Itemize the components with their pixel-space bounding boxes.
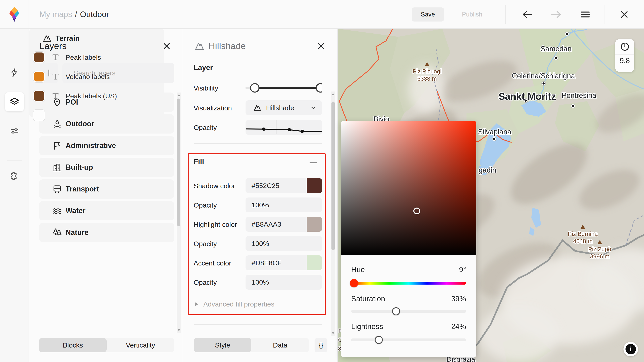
sublayer-peak-labels-us[interactable]: Peak labels (US) [29, 86, 164, 106]
inspector-close-button[interactable] [316, 41, 326, 51]
layer-group-water[interactable]: Water [39, 201, 174, 220]
text-label-icon [51, 72, 60, 81]
layer-group-transport[interactable]: Transport [39, 179, 174, 199]
sublayer-partial-row[interactable] [29, 106, 164, 117]
save-button[interactable]: Save [412, 7, 444, 21]
breadcrumb-my-maps[interactable]: My maps [40, 10, 72, 19]
arrow-right-icon [550, 10, 562, 18]
visibility-range-slider[interactable] [246, 79, 322, 97]
layers-panel: Layers Search layers POI [29, 29, 183, 362]
section-divider [194, 324, 322, 325]
shadow-opacity-input[interactable]: 100% [246, 198, 322, 212]
logo-diamond-icon [8, 6, 20, 22]
highlight-color-swatch[interactable] [307, 217, 322, 232]
map-info-button[interactable]: i [624, 342, 638, 356]
town-label: Celerina/Schlarigna [512, 72, 575, 80]
layer-group-terrain[interactable]: Terrain [29, 29, 164, 48]
accent-color-swatch[interactable] [307, 255, 322, 270]
scroll-up-icon[interactable] [178, 94, 180, 96]
zoom-level[interactable]: 9.8 [615, 56, 634, 65]
arrow-left-icon [522, 10, 533, 18]
sublayer-label: Volcano labels [66, 73, 110, 81]
layer-group-terrain-card: Terrain Peak labels Volcano labels [29, 29, 164, 117]
accent-color-input[interactable]: #D8E8CF [246, 255, 322, 270]
layer-group-built-up[interactable]: Built-up [39, 158, 174, 177]
sublayer-label: Peak labels (US) [66, 92, 117, 100]
layers-scrollbar[interactable] [177, 92, 181, 333]
layer-group-nature[interactable]: Nature [39, 223, 174, 242]
accent-opacity-label: Opacity [194, 279, 217, 286]
publish-button[interactable]: Publish [454, 7, 490, 21]
layer-color-swatch[interactable] [34, 110, 45, 117]
breadcrumb-current: Outdoor [80, 10, 109, 19]
tab-verticality[interactable]: Verticality [107, 338, 174, 352]
tab-style[interactable]: Style [194, 338, 251, 352]
puzzle-icon [10, 170, 20, 180]
layer-color-swatch[interactable] [34, 90, 45, 102]
highlight-opacity-input[interactable]: 100% [246, 236, 322, 251]
layer-color-swatch[interactable] [34, 71, 45, 82]
scrollbar-thumb[interactable] [332, 102, 335, 250]
compass-timer-icon [620, 42, 630, 51]
scrollbar-thumb[interactable] [177, 98, 180, 226]
hue-slider-thumb[interactable] [350, 279, 358, 287]
layer-color-swatch[interactable] [34, 52, 45, 63]
inspector-scrollbar[interactable] [331, 91, 335, 336]
tab-data[interactable]: Data [251, 338, 309, 352]
saturation-label: Saturation [351, 295, 385, 303]
opacity-curve-editor[interactable] [246, 120, 322, 135]
toolbar-divider [604, 5, 605, 24]
visualization-label: Visualization [194, 104, 232, 112]
highlight-opacity-value: 100% [252, 240, 269, 248]
scroll-down-icon[interactable] [332, 332, 334, 334]
top-bar: My maps / Outdoor Save Publish [0, 0, 644, 29]
visualization-dropdown[interactable]: Hillshade [246, 100, 322, 115]
advanced-fill-properties-toggle[interactable]: Advanced fill properties [195, 300, 274, 308]
tab-blocks[interactable]: Blocks [39, 338, 107, 352]
inspector-title: Hillshade [208, 41, 246, 51]
redo-button[interactable] [549, 7, 564, 22]
code-view-button[interactable]: {} [314, 338, 328, 352]
peak-elevation: 3333 m [418, 75, 437, 82]
highlight-color-input[interactable]: #B8AAA3 [246, 217, 322, 232]
layer-group-administrative[interactable]: Administrative [39, 136, 174, 155]
shadow-opacity-value: 100% [252, 201, 269, 209]
close-editor-button[interactable] [617, 7, 632, 22]
saturation-slider[interactable] [351, 310, 466, 313]
bearing-reset-button[interactable] [620, 42, 630, 51]
rail-item-adjustments[interactable] [5, 121, 24, 141]
trees-icon [52, 228, 62, 237]
rail-item-plugins[interactable] [5, 165, 24, 184]
sublayer-peak-labels[interactable]: Peak labels [29, 48, 164, 67]
lightness-slider-thumb[interactable] [375, 336, 383, 344]
layer-group-label: Built-up [66, 163, 93, 172]
scroll-up-icon[interactable] [332, 93, 334, 95]
layer-group-label: Nature [66, 228, 88, 237]
tool-rail [0, 29, 29, 362]
hillshade-mountain-icon [194, 41, 205, 51]
undo-button[interactable] [520, 7, 534, 22]
saturation-value: 39% [451, 295, 466, 303]
layer-group-label: Administrative [66, 141, 116, 150]
color-cursor[interactable] [413, 208, 420, 214]
hue-slider[interactable] [351, 282, 466, 285]
fill-collapse-button[interactable] [310, 161, 317, 165]
layers-icon [9, 96, 20, 107]
accent-opacity-input[interactable]: 100% [246, 275, 322, 290]
sublayer-label: Peak labels [66, 53, 101, 61]
rail-item-quick-actions[interactable] [5, 63, 24, 82]
lightness-slider[interactable] [351, 339, 466, 341]
saturation-lightness-area[interactable] [341, 121, 476, 255]
sublayer-volcano-labels[interactable]: Volcano labels [29, 67, 164, 86]
menu-button[interactable] [578, 7, 592, 22]
saturation-slider-thumb[interactable] [392, 307, 400, 315]
peak-name: Piz Picuogl [412, 68, 441, 75]
rail-item-layers[interactable] [5, 92, 24, 111]
close-icon [317, 42, 325, 50]
shadow-color-swatch[interactable] [307, 178, 322, 193]
layer-opacity-label: Opacity [194, 124, 217, 131]
shadow-color-input[interactable]: #552C25 [246, 178, 322, 193]
app-logo[interactable] [0, 0, 29, 29]
scroll-down-icon[interactable] [178, 329, 180, 331]
visualization-value: Hillshade [266, 104, 294, 112]
